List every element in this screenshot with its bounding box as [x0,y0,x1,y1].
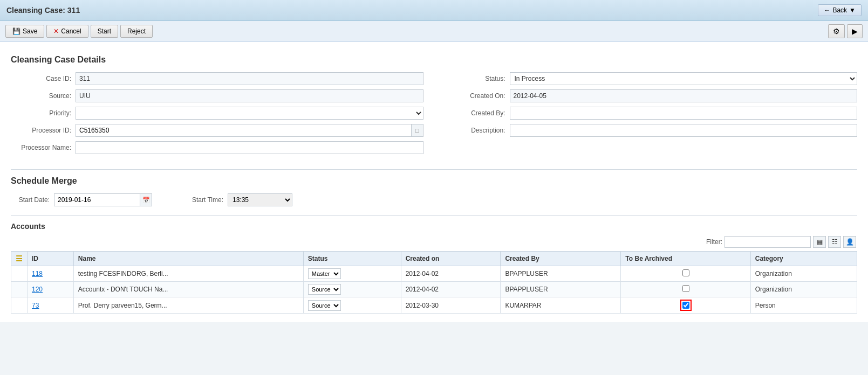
page-title: Cleansing Case: 311 [6,6,80,15]
expand-icon: ▶ [852,27,858,36]
table-header-row: ☰ ID Name Status Created on Created By T… [11,252,857,266]
reject-button[interactable]: Reject [120,25,153,38]
start-time-label: Start Time: [184,196,228,204]
filter-bar: Filter: ▦ ☷ 👤 [11,236,857,248]
cancel-button[interactable]: ✕ Cancel [46,25,88,38]
col-id-header[interactable]: ID [28,252,74,266]
row-status-cell[interactable]: MasterSourceTarget [303,266,401,282]
col-created-on-header[interactable]: Created on [401,252,501,266]
row-created-by-cell: BPAPPLUSER [501,266,621,282]
settings-button[interactable]: ⚙ [828,24,845,38]
row-icon-cell [11,266,28,282]
back-button[interactable]: ← Back ▼ [818,4,862,16]
processor-id-row: Processor ID: □ [11,124,423,137]
processor-name-row: Processor Name: [11,141,423,154]
start-date-field: Start Date: 📅 [11,193,152,206]
description-label: Description: [445,127,510,134]
row-archived-cell[interactable] [621,282,750,297]
save-button[interactable]: 💾 Save [5,25,44,38]
dropdown-arrow-icon: ▼ [849,6,856,14]
row-created-on-cell: 2012-04-02 [401,282,501,297]
col-to-be-archived-header[interactable]: To Be Archived [621,252,750,266]
status-row: Status: In Process New Completed [445,72,858,85]
toolbar: 💾 Save ✕ Cancel Start Reject ⚙ ▶ [0,21,868,42]
source-input[interactable] [76,89,423,102]
filter-input[interactable] [725,236,811,248]
description-row: Description: [445,124,858,137]
expand-button[interactable]: ▶ [847,24,863,38]
source-label: Source: [11,92,76,100]
row-created-by-cell: KUMARPAR [501,297,621,314]
col-status-header[interactable]: Status [303,252,401,266]
calendar-icon[interactable]: 📅 [140,193,152,206]
row-category-cell: Organization [750,282,857,297]
archived-checkbox[interactable] [682,285,689,292]
start-date-input[interactable] [54,193,140,206]
row-category-cell: Person [750,297,857,314]
row-id-cell[interactable]: 120 [28,282,74,297]
start-time-select[interactable]: 13:35 09:00 10:00 12:00 14:00 [228,193,292,206]
start-date-label: Start Date: [11,196,54,204]
description-input[interactable] [510,124,858,137]
col-icon-header: ☰ [11,252,28,266]
schedule-merge-header: Schedule Merge [11,176,857,186]
accounts-header: Accounts [11,222,857,231]
row-name-cell: Prof. Derry parveen15, Germ... [73,297,303,314]
source-row: Source: [11,89,423,102]
add-user-icon[interactable]: 👤 [843,236,856,248]
case-id-row: Case ID: [11,72,423,85]
processor-name-input[interactable] [76,141,423,154]
row-archived-cell[interactable] [621,297,750,314]
row-icon-cell [11,297,28,314]
table-row: 73Prof. Derry parveen15, Germ...MasterSo… [11,297,857,314]
archived-checkbox-highlighted [680,300,692,311]
created-on-label: Created On: [445,92,510,100]
bar-chart-icon[interactable]: ▦ [813,236,826,248]
title-bar-actions: ← Back ▼ [818,4,862,16]
start-button[interactable]: Start [91,25,118,38]
status-label: Status: [445,75,510,82]
row-icon-cell [11,282,28,297]
main-content: Cleansing Case Details Case ID: Source: … [0,42,868,322]
start-date-input-group: 📅 [54,193,152,206]
case-details-header: Cleansing Case Details [11,55,857,65]
processor-id-input[interactable] [76,124,412,137]
status-select[interactable]: In Process New Completed [510,72,858,85]
row-id-cell[interactable]: 73 [28,297,74,314]
col-created-by-header[interactable]: Created By [501,252,621,266]
processor-id-copy-icon[interactable]: □ [412,124,423,137]
created-on-row: Created On: [445,89,858,102]
row-created-by-cell: BPAPPLUSER [501,282,621,297]
case-id-input[interactable] [76,72,423,85]
processor-id-field: □ [76,124,423,137]
row-status-cell[interactable]: MasterSourceTarget [303,282,401,297]
row-archived-cell[interactable] [621,266,750,282]
row-status-cell[interactable]: MasterSourceTarget [303,297,401,314]
case-id-label: Case ID: [11,75,76,82]
back-arrow-icon: ← [824,6,830,14]
row-created-on-cell: 2012-04-02 [401,266,501,282]
cancel-icon: ✕ [53,27,59,35]
priority-row: Priority: Low Medium High [11,107,423,120]
created-by-input[interactable] [510,107,858,120]
schedule-merge-form: Start Date: 📅 Start Time: 13:35 09:00 10… [11,193,857,206]
priority-select[interactable]: Low Medium High [76,107,423,120]
col-category-header[interactable]: Category [750,252,857,266]
row-category-cell: Organization [750,266,857,282]
title-bar: Cleansing Case: 311 ← Back ▼ [0,0,868,21]
case-details-form: Case ID: Source: Priority: Low Medium Hi… [11,72,857,158]
form-right-col: Status: In Process New Completed Created… [445,72,858,158]
start-time-field: Start Time: 13:35 09:00 10:00 12:00 14:0… [184,193,292,206]
col-name-header[interactable]: Name [73,252,303,266]
created-on-input[interactable] [510,89,858,102]
section-divider-2 [11,215,857,216]
row-name-cell: Accountx - DON't TOUCH Na... [73,282,303,297]
accounts-table: ☰ ID Name Status Created on Created By T… [11,251,857,314]
processor-id-label: Processor ID: [11,127,76,134]
table-export-icon[interactable]: ☷ [828,236,841,248]
archived-checkbox[interactable] [682,302,689,309]
row-id-cell[interactable]: 118 [28,266,74,282]
table-row: 118testing FCESFINDORG, Berli...MasterSo… [11,266,857,282]
archived-checkbox[interactable] [682,269,689,276]
row-created-on-cell: 2012-03-30 [401,297,501,314]
